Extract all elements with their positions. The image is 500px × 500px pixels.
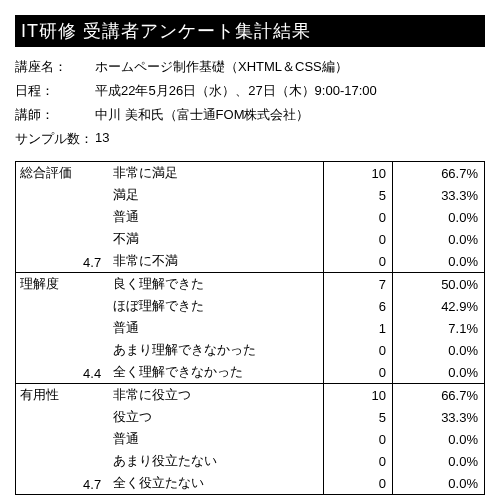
item-pct: 33.3%: [392, 184, 484, 206]
item-pct: 33.3%: [392, 406, 484, 428]
item-pct: 66.7%: [392, 384, 484, 407]
item-pct: 0.0%: [392, 228, 484, 250]
item-name: 非常に不満: [109, 250, 323, 273]
item-count: 10: [323, 384, 392, 407]
page-title: IT研修 受講者アンケート集計結果: [15, 15, 485, 47]
section-score: 4.7: [16, 472, 110, 495]
item-count: 5: [323, 184, 392, 206]
item-name: あまり役立たない: [109, 450, 323, 472]
item-name: 良く理解できた: [109, 273, 323, 296]
item-count: 6: [323, 295, 392, 317]
meta-date-label: 日程：: [15, 82, 95, 100]
item-pct: 42.9%: [392, 295, 484, 317]
item-pct: 7.1%: [392, 317, 484, 339]
section-label: 総合評価: [16, 162, 110, 251]
item-name: 非常に満足: [109, 162, 323, 185]
section-label: 有用性: [16, 384, 110, 473]
item-count: 1: [323, 317, 392, 339]
item-name: 全く理解できなかった: [109, 361, 323, 384]
item-pct: 0.0%: [392, 472, 484, 495]
meta-date-value: 平成22年5月26日（水）、27日（木）9:00-17:00: [95, 82, 485, 100]
item-name: 全く役立たない: [109, 472, 323, 495]
section-score: 4.4: [16, 361, 110, 384]
section-score: 4.7: [16, 250, 110, 273]
item-name: 非常に役立つ: [109, 384, 323, 407]
item-count: 10: [323, 162, 392, 185]
item-pct: 50.0%: [392, 273, 484, 296]
item-name: 満足: [109, 184, 323, 206]
item-name: 役立つ: [109, 406, 323, 428]
item-pct: 0.0%: [392, 450, 484, 472]
item-count: 0: [323, 361, 392, 384]
meta-instructor-label: 講師：: [15, 106, 95, 124]
section-label: 理解度: [16, 273, 110, 362]
item-name: 不満: [109, 228, 323, 250]
meta-sample-label: サンプル数：: [15, 130, 95, 148]
item-count: 0: [323, 228, 392, 250]
item-pct: 0.0%: [392, 339, 484, 361]
item-pct: 66.7%: [392, 162, 484, 185]
meta-instructor-value: 中川 美和氏（富士通FOM株式会社）: [95, 106, 485, 124]
item-count: 5: [323, 406, 392, 428]
item-name: 普通: [109, 428, 323, 450]
item-pct: 0.0%: [392, 428, 484, 450]
meta-block: 講座名：ホームページ制作基礎（XHTML＆CSS編） 日程：平成22年5月26日…: [15, 55, 485, 151]
meta-sample-value: 13: [95, 130, 485, 148]
item-count: 0: [323, 450, 392, 472]
item-count: 0: [323, 428, 392, 450]
item-count: 0: [323, 250, 392, 273]
meta-course-label: 講座名：: [15, 58, 95, 76]
item-name: ほぼ理解できた: [109, 295, 323, 317]
item-pct: 0.0%: [392, 250, 484, 273]
item-name: 普通: [109, 206, 323, 228]
item-count: 0: [323, 472, 392, 495]
item-count: 0: [323, 339, 392, 361]
item-count: 0: [323, 206, 392, 228]
item-pct: 0.0%: [392, 206, 484, 228]
item-count: 7: [323, 273, 392, 296]
item-name: 普通: [109, 317, 323, 339]
item-name: あまり理解できなかった: [109, 339, 323, 361]
survey-table: 総合評価非常に満足1066.7%満足533.3%普通00.0%不満00.0%4.…: [15, 161, 485, 495]
item-pct: 0.0%: [392, 361, 484, 384]
meta-course-value: ホームページ制作基礎（XHTML＆CSS編）: [95, 58, 485, 76]
